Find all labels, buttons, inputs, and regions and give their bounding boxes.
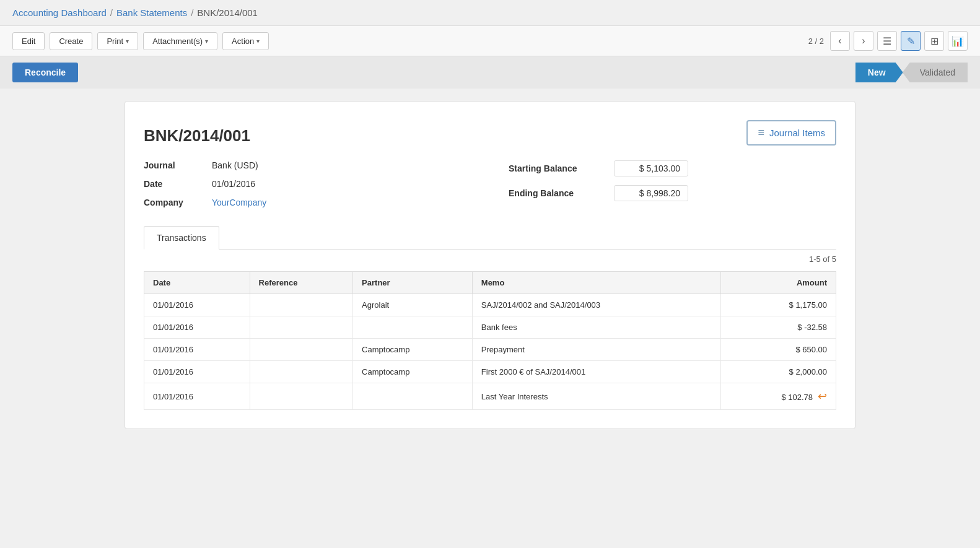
col-memo: Memo — [472, 272, 720, 294]
journal-items-button[interactable]: ≡ Journal Items — [746, 120, 836, 146]
cell-amount: $ 2,000.00 — [720, 361, 836, 383]
table-row[interactable]: 01/01/2016Last Year Interests$ 102.78↩ — [144, 383, 836, 410]
breadcrumb-bank-statements[interactable]: Bank Statements — [116, 7, 187, 18]
table-row[interactable]: 01/01/2016AgrolaitSAJ/2014/002 and SAJ/2… — [144, 294, 836, 316]
journal-items-label: Journal Items — [769, 128, 825, 138]
ending-balance-field: Ending Balance $ 8,998.20 — [509, 185, 836, 201]
cell-reference — [250, 383, 353, 410]
table-row[interactable]: 01/01/2016CamptocampPrepayment$ 650.00 — [144, 339, 836, 361]
col-date: Date — [144, 272, 250, 294]
date-field: Date 01/01/2016 — [144, 179, 490, 189]
starting-balance-value: $ 5,103.00 — [614, 160, 688, 176]
step-validated: Validated — [903, 63, 968, 82]
cell-partner: Agrolait — [353, 294, 473, 316]
left-fields: Journal Bank (USD) Date 01/01/2016 Compa… — [144, 160, 490, 207]
table-row[interactable]: 01/01/2016CamptocampFirst 2000 € of SAJ/… — [144, 361, 836, 383]
starting-balance-field: Starting Balance $ 5,103.00 — [509, 160, 836, 176]
cell-partner — [353, 383, 473, 410]
cell-amount: $ 650.00 — [720, 339, 836, 361]
cell-reference — [250, 316, 353, 339]
cell-amount: $ 1,175.00 — [720, 294, 836, 316]
breadcrumb-sep2: / — [191, 7, 193, 18]
row-action-icon[interactable]: ↩ — [818, 390, 827, 402]
attachments-dropdown-arrow: ▾ — [205, 38, 208, 45]
cell-partner — [353, 316, 473, 339]
cell-partner: Camptocamp — [353, 361, 473, 383]
ending-balance-label: Ending Balance — [509, 188, 608, 198]
right-fields: Starting Balance $ 5,103.00 Ending Balan… — [490, 160, 836, 207]
cell-amount: $ 102.78↩ — [720, 383, 836, 410]
list-view-button[interactable]: ☰ — [877, 31, 897, 51]
toolbar-left: Edit Create Print ▾ Attachment(s) ▾ Acti… — [12, 32, 803, 50]
edit-button[interactable]: Edit — [12, 32, 45, 50]
cell-memo: Prepayment — [472, 339, 720, 361]
breadcrumb: Accounting Dashboard / Bank Statements /… — [0, 0, 980, 25]
cell-date: 01/01/2016 — [144, 383, 250, 410]
cell-memo: Last Year Interests — [472, 383, 720, 410]
company-label: Company — [144, 198, 206, 207]
table-header-row: Date Reference Partner Memo Amount — [144, 272, 836, 294]
attachments-label: Attachment(s) — [152, 37, 203, 46]
journal-value: Bank (USD) — [212, 160, 258, 170]
step-new[interactable]: New — [855, 63, 903, 82]
status-bar: Reconcile New Validated — [0, 56, 980, 89]
col-partner: Partner — [353, 272, 473, 294]
cell-date: 01/01/2016 — [144, 294, 250, 316]
print-button[interactable]: Print ▾ — [97, 32, 138, 50]
cell-reference — [250, 361, 353, 383]
prev-button[interactable]: ‹ — [830, 31, 850, 51]
date-value: 01/01/2016 — [212, 179, 255, 189]
next-button[interactable]: › — [854, 31, 873, 51]
cell-reference — [250, 339, 353, 361]
col-reference: Reference — [250, 272, 353, 294]
fields-section: Journal Bank (USD) Date 01/01/2016 Compa… — [144, 160, 836, 207]
company-value[interactable]: YourCompany — [212, 198, 266, 207]
toolbar: Edit Create Print ▾ Attachment(s) ▾ Acti… — [0, 25, 980, 56]
pagination-info: 2 / 2 — [808, 37, 824, 46]
tab-header: Transactions — [144, 226, 836, 250]
action-dropdown-arrow: ▾ — [256, 38, 260, 45]
journal-icon: ≡ — [758, 126, 764, 139]
print-dropdown-arrow: ▾ — [126, 38, 129, 45]
cell-date: 01/01/2016 — [144, 316, 250, 339]
col-amount: Amount — [720, 272, 836, 294]
starting-balance-label: Starting Balance — [509, 163, 608, 173]
table-row[interactable]: 01/01/2016Bank fees$ -32.58 — [144, 316, 836, 339]
action-button[interactable]: Action ▾ — [222, 32, 269, 50]
table-pagination-info: 1-5 of 5 — [144, 250, 836, 269]
breadcrumb-sep1: / — [110, 7, 113, 18]
journal-label: Journal — [144, 160, 206, 170]
status-steps: New Validated — [855, 63, 968, 82]
cell-date: 01/01/2016 — [144, 339, 250, 361]
kanban-view-button[interactable]: ⊞ — [924, 31, 944, 51]
date-label: Date — [144, 179, 206, 189]
tabs: Transactions — [144, 226, 836, 250]
cell-amount: $ -32.58 — [720, 316, 836, 339]
company-field: Company YourCompany — [144, 198, 490, 207]
cell-reference — [250, 294, 353, 316]
reconcile-button[interactable]: Reconcile — [12, 63, 78, 82]
cell-partner: Camptocamp — [353, 339, 473, 361]
cell-memo: Bank fees — [472, 316, 720, 339]
journal-field: Journal Bank (USD) — [144, 160, 490, 170]
create-button[interactable]: Create — [50, 32, 92, 50]
breadcrumb-accounting[interactable]: Accounting Dashboard — [12, 7, 107, 18]
cell-memo: SAJ/2014/002 and SAJ/2014/003 — [472, 294, 720, 316]
tab-transactions[interactable]: Transactions — [144, 226, 219, 250]
attachments-button[interactable]: Attachment(s) ▾ — [143, 32, 217, 50]
form-view-button[interactable]: ✎ — [901, 31, 921, 51]
transactions-table: Date Reference Partner Memo Amount 01/01… — [144, 271, 836, 410]
graph-view-button[interactable]: 📊 — [948, 31, 968, 51]
toolbar-right: 2 / 2 ‹ › ☰ ✎ ⊞ 📊 — [808, 31, 968, 51]
breadcrumb-current: BNK/2014/001 — [197, 7, 258, 18]
main-content: ≡ Journal Items BNK/2014/001 Journal Ban… — [0, 89, 980, 441]
content-card: ≡ Journal Items BNK/2014/001 Journal Ban… — [125, 101, 855, 429]
cell-date: 01/01/2016 — [144, 361, 250, 383]
cell-memo: First 2000 € of SAJ/2014/001 — [472, 361, 720, 383]
action-label: Action — [232, 37, 254, 46]
print-label: Print — [107, 37, 123, 46]
record-title: BNK/2014/001 — [144, 126, 836, 146]
ending-balance-value: $ 8,998.20 — [614, 185, 688, 201]
